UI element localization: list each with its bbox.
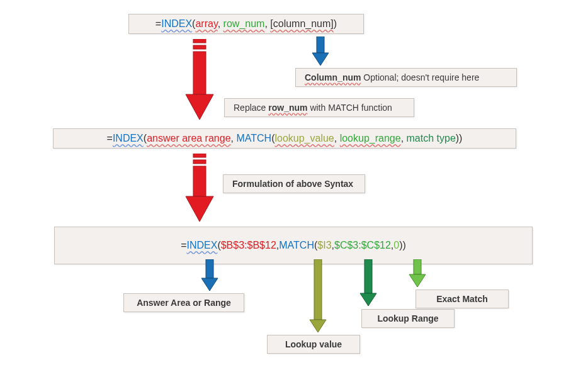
text-close: ) [403, 240, 406, 250]
svg-rect-10 [206, 259, 213, 278]
text-func: INDEX [186, 240, 217, 250]
text-rest: Optional; doesn't require here [361, 72, 479, 82]
formula-box-2: =INDEX(answer area range, MATCH(lookup_v… [53, 128, 516, 149]
text-marg3: 0 [393, 240, 399, 250]
svg-marker-13 [310, 320, 326, 332]
text-eq: = [107, 133, 113, 143]
svg-rect-3 [193, 45, 206, 49]
svg-marker-17 [409, 274, 426, 287]
text-match: MATCH [236, 133, 271, 143]
text: Lookup Range [377, 313, 438, 324]
text-sep: , [218, 18, 223, 29]
text-arg3: [column_num] [270, 18, 334, 29]
svg-marker-5 [186, 94, 213, 120]
text-func: INDEX [113, 133, 144, 143]
svg-marker-11 [201, 278, 218, 291]
arrow-down-icon [408, 259, 427, 287]
text-arg1: $B$3:$B$12 [221, 240, 276, 250]
arrow-down-icon [308, 259, 327, 332]
text: Formulation of above Syntax [232, 179, 353, 189]
text-pre: Replace [234, 103, 268, 113]
label-column-num: Column_num Optional; doesn't require her… [295, 68, 517, 87]
arrow-down-icon [359, 259, 378, 306]
text-marg1: $I3 [317, 240, 331, 250]
arrow-down-icon [184, 154, 215, 222]
label-exact-match: Exact Match [416, 290, 509, 308]
text-marg1: lookup_value [274, 133, 334, 143]
svg-rect-4 [193, 52, 206, 94]
text-post: with MATCH function [308, 103, 392, 113]
text-sep: , [264, 18, 270, 29]
text-func: INDEX [161, 18, 192, 29]
label-lookup-range: Lookup Range [361, 309, 455, 328]
label-lookup-value: Lookup value [267, 335, 360, 354]
formula-box-1: =INDEX(array, row_num, [column_num]) [128, 14, 364, 34]
svg-rect-7 [193, 160, 206, 164]
svg-marker-1 [312, 53, 329, 65]
text: Exact Match [436, 294, 488, 304]
text-close: ) [334, 18, 337, 29]
text-msep: , [334, 133, 340, 143]
label-formulation: Formulation of above Syntax [223, 174, 365, 193]
arrow-down-icon [200, 259, 219, 291]
text: Lookup value [285, 339, 342, 349]
svg-rect-16 [414, 259, 421, 274]
svg-marker-9 [186, 196, 213, 222]
text-eq: = [155, 18, 161, 29]
formula-box-3: =INDEX($B$3:$B$12,MATCH($I3,$C$3:$C$12,0… [54, 227, 533, 264]
arrow-down-icon [311, 37, 330, 65]
text-match: MATCH [279, 240, 314, 250]
text-arg1: answer area range [147, 133, 230, 143]
svg-rect-8 [193, 166, 206, 196]
label-answer-area: Answer Area or Range [123, 293, 244, 312]
svg-rect-2 [193, 39, 206, 43]
label-replace-rownum: Replace row_num with MATCH function [224, 98, 414, 117]
svg-marker-15 [360, 293, 376, 306]
text-close: ) [459, 133, 462, 143]
arrow-down-icon [184, 39, 215, 120]
text-marg2: $C$3:$C$12 [334, 240, 391, 250]
svg-rect-14 [365, 259, 372, 293]
svg-rect-0 [317, 37, 324, 53]
text-msep: , [401, 133, 407, 143]
text-marg2: lookup_range [340, 133, 401, 143]
text-bold: row_num [268, 103, 307, 113]
text-bold: Column_num [305, 72, 361, 82]
text-marg3: match type [407, 133, 456, 143]
text: Answer Area or Range [137, 298, 231, 308]
text-arg1: array [195, 18, 217, 29]
svg-rect-6 [193, 154, 206, 157]
text-arg2: row_num [223, 18, 265, 29]
svg-rect-12 [314, 259, 322, 320]
